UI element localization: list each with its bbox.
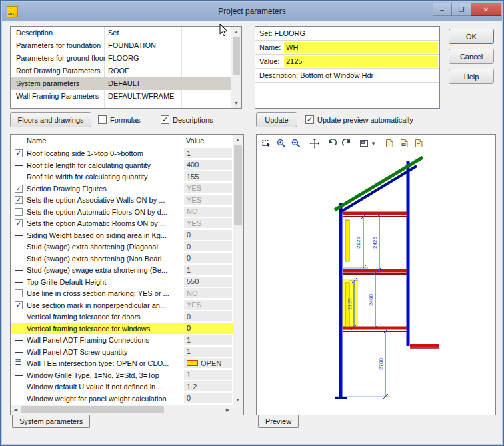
scroll-up-icon[interactable]: ▲ [233,135,243,145]
header-name[interactable]: Name [27,137,46,145]
param-table-hscrollbar[interactable]: ◀ ▶ [11,405,233,415]
param-row[interactable]: ✓Sets the option Automatic Rooms ON by .… [11,217,233,229]
param-value-cell[interactable]: YES [184,218,232,228]
param-value-cell[interactable]: 1 [184,148,232,158]
param-value-cell[interactable]: 400 [184,160,232,170]
checkbox-checked-icon[interactable]: ✓ [15,149,23,157]
set-table-row[interactable]: Parameters for ground floorFLOORG [11,52,241,65]
header-set[interactable]: Set [108,29,119,37]
scroll-left-icon[interactable]: ◀ [11,405,21,415]
pan-icon[interactable] [308,137,321,150]
named-views-icon[interactable] [357,137,370,150]
checkbox-checked-icon[interactable]: ✓ [161,115,169,124]
param-value-cell[interactable]: 1 [184,370,232,380]
param-value-cell[interactable]: 0 [184,323,232,333]
update-preview-checkbox[interactable]: ✓ Update preview automatically [305,115,413,124]
param-value-cell[interactable]: YES [184,195,232,205]
set-table-row[interactable]: Roof Drawing ParametersROOF [11,65,241,77]
checkbox-checked-icon[interactable]: ✓ [15,301,23,309]
zoom-out-icon[interactable] [289,137,302,150]
dropdown-arrow-icon[interactable]: ▼ [371,141,376,147]
param-value-cell[interactable]: 1 [184,335,232,345]
name-value-field[interactable]: WH [284,42,438,53]
param-value-cell[interactable]: 155 [184,171,232,181]
param-table-vscrollbar[interactable]: ▲ ▼ [233,135,243,405]
param-row[interactable]: ≣Wall TEE intersection type: OPEN or CLO… [11,357,233,369]
tab-system-parameters[interactable]: System parameters [12,415,90,428]
param-value-cell[interactable]: 0 [184,241,232,251]
scroll-thumb[interactable] [21,406,164,413]
descriptions-checkbox[interactable]: ✓ Descriptions [161,115,213,124]
param-row[interactable]: ✓Use section mark in nonperpendicular an… [11,299,233,311]
formulas-checkbox[interactable]: Formulas [98,115,141,124]
param-row[interactable]: Wall Panel ADT Framing Connections1 [11,334,233,346]
param-row[interactable]: Stud (swage) extra shortening (Diagonal … [11,241,233,253]
checkbox-unchecked-icon[interactable] [98,115,107,124]
scroll-down-icon[interactable]: ▼ [233,395,243,405]
scroll-down-icon[interactable]: ▼ [231,98,241,108]
param-value-cell[interactable]: 0 [184,393,232,403]
header-description[interactable]: Description [16,29,53,37]
param-row[interactable]: Stud (swage) extra shortening (Non Beari… [11,253,233,265]
param-row[interactable]: Roof tile length for calculating quantit… [11,159,233,171]
ok-button[interactable]: OK [449,29,494,44]
checkbox-checked-icon[interactable]: ✓ [15,196,23,204]
checkbox-checked-icon[interactable]: ✓ [15,219,23,227]
checkbox-checked-icon[interactable]: ✓ [15,185,23,193]
scroll-thumb[interactable] [234,145,242,225]
copy-to-clipboard-icon[interactable] [383,137,396,150]
checkbox-checked-icon[interactable]: ✓ [305,115,314,124]
param-value-cell[interactable]: 1 [184,347,232,357]
param-value-cell[interactable]: NO [184,288,232,298]
floors-and-drawings-button[interactable]: Floors and drawings [10,112,91,127]
set-table-row[interactable]: System parametersDEFAULT [11,77,241,90]
next-view-icon[interactable] [340,137,353,150]
param-row[interactable]: Use line in cross section marking: YES o… [11,287,233,299]
export-image-icon[interactable] [413,137,425,150]
param-row[interactable]: Window Grille Type, 1=No, 2=Std, 3=Top1 [11,369,233,381]
param-value-cell[interactable]: 0 [184,230,232,240]
copy-image-icon[interactable] [398,137,411,150]
scroll-up-icon[interactable]: ▲ [231,27,241,37]
scroll-thumb[interactable] [233,37,240,75]
set-table-row[interactable]: Parameters for foundationFOUNDATION [11,39,241,52]
param-value-cell[interactable]: YES [184,300,232,310]
param-value-cell[interactable]: 0 [184,311,232,321]
param-value-cell[interactable]: 1 [184,265,232,275]
param-value-cell[interactable]: 1.2 [184,381,232,391]
zoom-window-icon[interactable] [260,137,273,150]
param-value-cell[interactable]: 0 [184,253,232,263]
minimize-button[interactable]: – [433,3,452,16]
param-row[interactable]: ✓Section Drawing FiguresYES [11,183,233,195]
param-row[interactable]: Siding Weight based on siding area in Kg… [11,229,233,241]
param-row[interactable]: Stud (swage) swage extra shortening (Be.… [11,264,233,276]
cancel-button[interactable]: Cancel [449,49,494,64]
previous-view-icon[interactable] [325,137,338,150]
param-row[interactable]: Vertical framing tolerance for windows0 [11,323,233,335]
checkbox-unchecked-icon[interactable] [15,208,23,216]
help-button[interactable]: Help [449,69,494,84]
param-value-cell[interactable]: 550 [184,277,232,287]
titlebar[interactable]: BD Project parameters – ❐ ✕ [2,2,502,21]
param-row[interactable]: Wall Panel ADT Screw quantity1 [11,346,233,358]
scroll-right-icon[interactable]: ▶ [223,405,233,415]
checkbox-unchecked-icon[interactable] [15,289,23,297]
param-row[interactable]: Roof tile width for calculating quantity… [11,171,233,183]
header-value[interactable]: Value [186,137,204,145]
update-button[interactable]: Update [256,112,297,127]
param-row[interactable]: Window default U value if not defined in… [11,381,233,393]
param-row[interactable]: Vertical framing tolerance for doors0 [11,311,233,323]
zoom-in-icon[interactable] [275,137,287,150]
param-value-cell[interactable]: OPEN [184,358,232,368]
close-button[interactable]: ✕ [471,3,501,16]
value-value-field[interactable]: 2125 [284,56,438,67]
param-row[interactable]: ✓Sets the option Associative Walls ON by… [11,194,233,206]
param-row[interactable]: Sets the option Automatic Floors ON by d… [11,206,233,218]
param-row[interactable]: Top Grille Default Height550 [11,276,233,288]
param-value-cell[interactable]: NO [184,207,232,217]
set-table-vscrollbar[interactable]: ▲ ▼ [231,27,241,108]
set-table-row[interactable]: Wall Framing ParametersDEFAULT.WFRAME [11,90,241,103]
param-row[interactable]: Window weight for panel weight calculati… [11,393,233,405]
param-row[interactable]: ✓Roof locating side 1->top 0->bottom1 [11,147,233,159]
maximize-button[interactable]: ❐ [452,3,471,16]
